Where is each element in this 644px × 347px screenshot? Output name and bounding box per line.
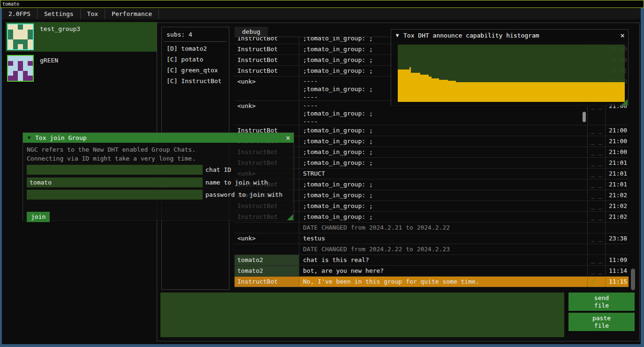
avatar-pixel	[13, 76, 18, 81]
resize-grip[interactable]	[287, 214, 293, 220]
timestamp: 21:02	[605, 212, 629, 222]
os-titlebar[interactable]: tomato	[0, 0, 644, 8]
separator	[164, 41, 227, 42]
dht-histogram-titlebar[interactable]: ▼ Tox DHT announce capability histogram …	[391, 30, 628, 41]
avatar-pixel	[8, 30, 13, 35]
avatar-pixel	[13, 71, 18, 76]
join-group-titlebar[interactable]: ▼ Tox join Group ×	[23, 133, 294, 143]
member-item[interactable]: [C] InstructBot	[162, 76, 229, 86]
read-marks: _ _	[587, 190, 605, 200]
dht-histogram-window: ▼ Tox DHT announce capability histogram …	[391, 29, 629, 106]
sender-name	[235, 244, 299, 254]
avatar-pixel	[23, 66, 28, 71]
avatar-pixel	[23, 24, 28, 30]
message-text: ;tomato_in_group: ;	[299, 179, 587, 190]
avatar-pixel	[18, 24, 23, 30]
chat-row[interactable]: InstructBotNo, I've been in this group f…	[235, 277, 629, 287]
avatar-pixel	[28, 24, 33, 30]
collapse-arrow-icon[interactable]: ▼	[23, 135, 35, 141]
chat-row[interactable]: tomato2chat is this real?_ _11:09	[235, 255, 629, 266]
avatar-pixel	[8, 44, 13, 49]
avatar-pixel	[13, 24, 18, 30]
avatar-pixel	[18, 44, 23, 49]
read-marks: _ _	[587, 255, 605, 265]
chat-scrollbar-thumb[interactable]	[631, 269, 635, 290]
member-item[interactable]: [D] tomato2	[162, 43, 229, 54]
paste-file-button[interactable]: paste file	[568, 313, 635, 331]
avatar-pixel	[23, 71, 28, 76]
message-text: DATE CHANGED from 2024.2.21 to 2024.2.22	[299, 223, 587, 233]
menu-bar: 2.0FPS Settings Tox Performance	[2, 9, 641, 19]
read-marks: _ _	[587, 266, 605, 276]
os-window-title: tomato	[2, 1, 19, 7]
avatar-pixel	[13, 39, 18, 45]
avatar-pixel	[23, 61, 28, 66]
avatar-pixel	[18, 76, 23, 81]
avatar-pixel	[8, 39, 13, 45]
avatar-pixel	[8, 66, 13, 71]
menu-separator	[159, 9, 159, 19]
avatar-pixel	[13, 61, 18, 66]
chat-row[interactable]: DATE CHANGED from 2024.2.21 to 2024.2.22	[235, 223, 629, 233]
read-marks: _ _	[587, 136, 605, 147]
avatar-pixel	[23, 34, 28, 39]
timestamp: 11:09	[605, 255, 629, 265]
join-name-input[interactable]: tomato	[27, 177, 203, 187]
message-text: No, I've been in this group for quite so…	[299, 277, 587, 287]
chat-row[interactable]: tomato2bot, are you new here?_ _11:14	[235, 266, 629, 277]
collapse-arrow-icon[interactable]: ▼	[391, 32, 403, 39]
avatar-pixel	[13, 56, 18, 61]
message-text: ;tomato_in_group: ;	[299, 201, 587, 211]
join-button[interactable]: join	[27, 212, 50, 222]
join-group-window: ▼ Tox join Group × NGC refers to the New…	[23, 132, 294, 221]
menu-performance[interactable]: Performance	[105, 9, 159, 19]
chat-row[interactable]: DATE CHANGED from 2024.2.22 to 2024.2.23	[235, 244, 629, 255]
message-text: ;tomato_in_group: ;	[299, 190, 587, 200]
join-password-input[interactable]	[27, 190, 203, 200]
avatar-pixel	[28, 30, 33, 35]
read-marks	[587, 223, 605, 233]
avatar-pixel	[13, 66, 18, 71]
resize-grip[interactable]	[621, 99, 628, 105]
avatar-pixel	[8, 24, 13, 30]
group-item-gREEN[interactable]: gREEN	[6, 54, 157, 83]
avatar-pixel	[13, 34, 18, 39]
avatar-pixel	[28, 39, 33, 45]
group-item-test_group3[interactable]: test_group3	[6, 22, 157, 52]
avatar-pixel	[8, 71, 13, 76]
close-icon[interactable]: ×	[282, 133, 294, 142]
close-icon[interactable]: ×	[617, 31, 628, 40]
join-name-label: name to join with	[203, 179, 268, 186]
sender-name: InstructBot	[235, 277, 299, 287]
timestamp: 11:14	[605, 266, 629, 276]
fps-counter: 2.0FPS	[2, 9, 37, 19]
avatar-pixel	[18, 30, 23, 35]
sender-name: <unk>	[235, 233, 299, 244]
group-avatar	[7, 55, 34, 82]
message-text: ;tomato_in_group: ;	[299, 125, 587, 136]
avatar-pixel	[13, 44, 18, 49]
timestamp	[605, 223, 629, 233]
read-marks	[587, 244, 605, 254]
avatar-pixel	[8, 61, 13, 66]
sender-name: <unk>	[235, 77, 299, 100]
chat-id-input[interactable]	[27, 165, 203, 175]
timestamp: 21:00	[605, 125, 629, 136]
group-name: gREEN	[34, 54, 58, 83]
read-marks: _ _	[587, 179, 605, 190]
send-file-button[interactable]: send file	[568, 293, 635, 311]
chat-row[interactable]: <unk>testus_ _23:38	[235, 233, 629, 244]
message-cell-scrollbar[interactable]	[583, 112, 586, 122]
read-marks: _ _	[587, 201, 605, 211]
message-input[interactable]	[160, 293, 564, 337]
avatar-pixel	[23, 56, 28, 61]
member-item[interactable]: [C] green_qtox	[162, 65, 229, 76]
chat-id-label: chat ID	[203, 166, 231, 173]
avatar-pixel	[28, 71, 33, 76]
read-marks: _ _	[587, 212, 605, 222]
member-item[interactable]: [C] potato	[162, 54, 229, 65]
tab-debug[interactable]: debug	[235, 27, 268, 37]
timestamp: 21:00	[605, 136, 629, 147]
menu-tox[interactable]: Tox	[81, 9, 105, 19]
menu-settings[interactable]: Settings	[38, 9, 80, 19]
